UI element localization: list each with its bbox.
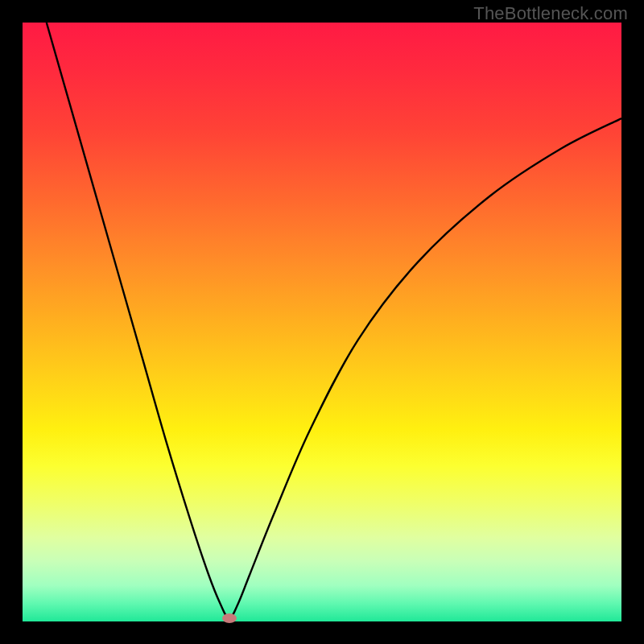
optimal-point-marker xyxy=(222,613,237,623)
watermark-text: TheBottleneck.com xyxy=(473,3,628,24)
bottleneck-curve xyxy=(23,23,621,621)
chart-plot-area xyxy=(23,23,621,621)
